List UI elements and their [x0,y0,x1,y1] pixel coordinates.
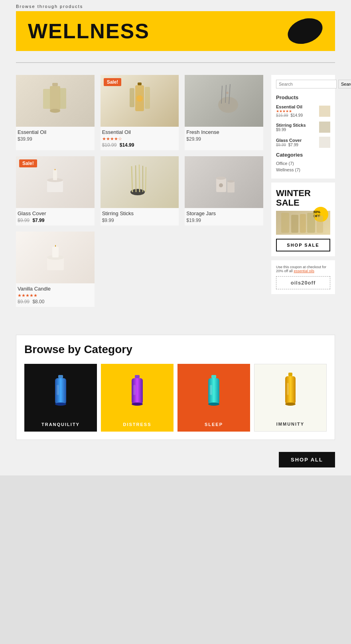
product-name-6: Storage Jars [186,210,262,216]
svg-line-22 [132,166,132,192]
coupon-code[interactable]: oils20off [276,276,330,289]
shop-all-button[interactable]: SHOP ALL [279,452,335,467]
svg-rect-49 [211,375,216,378]
sidebar-product-img-1 [319,106,330,117]
shop-sale-button[interactable]: SHOP SALE [276,239,330,251]
product-info-4: Glass Cover $9.99 $7.99 [16,208,95,226]
cat-label-immunity: IMMUNITY [276,422,304,426]
price-value-7: $8.00 [32,299,44,304]
header-bottom [16,51,335,63]
category-card-immunity[interactable]: IMMUNITY [254,364,327,432]
svg-rect-48 [133,385,136,395]
sidebar-product-info-3: Glass Cover $9.99 $7.99 [276,138,316,147]
sidebar-product-2[interactable]: Stirring Sticks $9.99 [276,122,330,133]
product-card-1[interactable]: Essential Oil $39.99 [16,75,95,150]
product-card-2[interactable]: Sale! Essential Oil ★★★★ [101,75,179,150]
svg-line-24 [139,165,140,192]
sidebar-product-name-3: Glass Cover [276,138,316,143]
img-placeholder-6 [185,156,263,208]
sidebar-product-img-2 [319,122,330,133]
svg-rect-56 [287,383,289,395]
sidebar-stars-1: ★★★★★ [276,109,316,113]
product-image-6 [185,156,263,208]
sidebar: Search Products Essential Oil ★★★★★ $16.… [271,75,335,307]
search-input[interactable] [276,80,337,88]
svg-rect-2 [50,86,60,110]
svg-point-28 [216,177,226,180]
sidebar-product-price-2: $9.99 [276,128,316,132]
category-card-distress[interactable]: DISTRESS [101,364,174,432]
category-card-tranquility[interactable]: TRANQUILITY [24,364,97,432]
product-info-3: Fresh Incense $29.99 [185,127,263,144]
coupon-widget: Use this coupon at checkout for 20% off … [271,260,335,294]
svg-rect-4 [43,89,50,109]
product-name-3: Fresh Incense [186,129,262,135]
search-button[interactable]: Search [338,80,351,88]
sidebar-product-3[interactable]: Glass Cover $9.99 $7.99 [276,137,330,148]
stars-2: ★★★★☆ [102,136,177,141]
winter-sale-widget: WINTER SALE 30% OFF SHOP SALE [271,183,335,256]
stars-7: ★★★★★ [18,293,93,298]
sidebar-product-1[interactable]: Essential Oil ★★★★★ $16.99 $14.99 [276,104,330,118]
product-info-1: Essential Oil $39.99 [16,127,95,144]
browse-category-section: Browse by Category [0,327,351,452]
category-link-wellness[interactable]: Wellness (7) [276,167,330,172]
product-card-5[interactable]: Stirring Sticks $9.99 [101,156,179,226]
sale-badge-4: Sale! [19,159,37,167]
svg-point-43 [55,402,66,406]
svg-rect-40 [317,216,323,233]
category-link-office[interactable]: Office (7) [276,161,330,166]
svg-rect-6 [138,82,142,85]
category-box: Browse by Category [16,335,335,440]
product-info-2: Essential Oil ★★★★☆ $10.99 $14.99 [101,127,179,150]
img-placeholder-3 [185,75,263,127]
svg-rect-11 [145,87,150,109]
sidebar-product-name-2: Stirring Sticks [276,123,316,128]
product-image-5 [101,156,179,208]
cat-bottle-distress [125,364,149,422]
svg-rect-54 [285,376,296,404]
coupon-text: Use this coupon at checkout for 20% off … [276,265,330,273]
price-value-3: $29.99 [186,136,201,142]
svg-point-51 [208,402,219,406]
old-price-7: $9.99 [18,299,30,304]
product-price-7: $9.99 $8.00 [18,299,93,304]
product-price-6: $19.99 [186,218,262,223]
price-value-1: $39.99 [18,136,32,142]
img-placeholder-7 [16,232,95,283]
categories-title: Categories [276,152,330,158]
product-image-1 [16,75,95,127]
svg-rect-0 [52,83,58,86]
coupon-link[interactable]: essential oils [294,269,314,273]
svg-rect-52 [210,385,212,395]
cat-bottle-tranquility [49,364,73,422]
product-card-4[interactable]: Sale! Glass Cover $9.99 $7.99 [16,156,95,226]
product-price-3: $29.99 [186,136,262,142]
svg-line-23 [136,165,136,192]
category-grid: TRANQUILITY [24,364,327,432]
img-placeholder-5 [101,156,179,208]
product-name-1: Essential Oil [18,129,93,135]
browse-category-title: Browse by Category [24,343,327,356]
svg-rect-19 [53,170,57,180]
product-card-6[interactable]: Storage Jars $19.99 [185,156,263,226]
product-card-7[interactable]: Vanilla Candle ★★★★★ $9.99 $8.00 [16,232,95,307]
svg-rect-53 [288,373,292,376]
product-name-4: Glass Cover [18,210,93,216]
sidebar-old-price-1: $16.99 [276,113,288,118]
img-placeholder [16,75,95,127]
product-card-3[interactable]: Fresh Incense $29.99 [185,75,263,150]
sidebar-products-title: Products [276,94,330,100]
product-image-3 [185,75,263,127]
page-title: WELLNESS [28,19,150,43]
sidebar-product-info-1: Essential Oil ★★★★★ $16.99 $14.99 [276,104,316,118]
product-name-2: Essential Oil [102,129,177,135]
category-card-sleep[interactable]: SLEEP [177,364,250,432]
svg-rect-29 [227,181,235,192]
browse-text: Browse through products [16,4,335,9]
cat-bottle-immunity [278,364,302,422]
content-area: Essential Oil $39.99 Sale! [0,67,351,315]
sale-badge-2: Sale! [104,78,122,86]
product-name-5: Stirring Sticks [102,210,177,216]
product-grid: Essential Oil $39.99 Sale! [16,75,263,307]
